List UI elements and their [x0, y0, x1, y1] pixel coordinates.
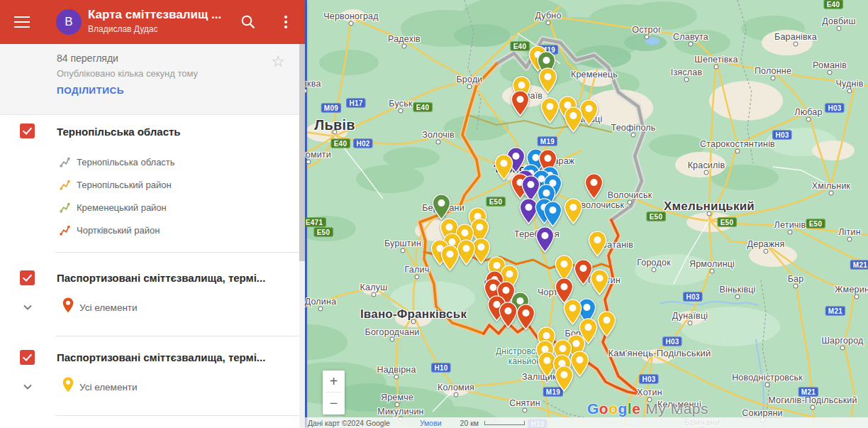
google-my-maps-watermark: GoogleMy Maps — [587, 400, 708, 417]
all-elements-label[interactable]: Усі елементи — [79, 302, 138, 313]
divider — [55, 336, 305, 336]
legend-item-label: Чортківський район — [77, 225, 160, 236]
map-pin[interactable] — [584, 173, 603, 199]
map-pin[interactable] — [597, 311, 616, 337]
legend-item-label: Кременецький район — [77, 202, 167, 213]
pin-icon — [62, 377, 74, 393]
polyline-icon — [60, 202, 70, 213]
search-icon[interactable] — [240, 13, 257, 31]
sidebar: B Карта сміттєзвалищ ... Владислав Дудас… — [0, 0, 305, 428]
zoom-out-button[interactable]: − — [323, 393, 345, 414]
polyline-icon — [60, 157, 70, 168]
map-pin[interactable] — [535, 226, 555, 253]
map-data-credit: Дані карт ©2024 Google — [308, 419, 390, 427]
map-pin[interactable] — [457, 239, 476, 265]
map-pin[interactable] — [511, 90, 530, 116]
my-maps-app: B Карта сміттєзвалищ ... Владислав Дудас… — [0, 0, 868, 428]
polyline-icon — [60, 225, 70, 236]
chevron-down-icon[interactable] — [21, 380, 34, 393]
divider — [55, 252, 305, 253]
map-pin[interactable] — [590, 269, 609, 295]
scale-label: 20 км — [460, 419, 479, 427]
menu-icon[interactable] — [14, 16, 30, 28]
map-pin[interactable] — [432, 194, 451, 220]
map-pin[interactable] — [543, 201, 562, 227]
views-count: 84 перегляди — [57, 53, 118, 64]
sidebar-scrollbar[interactable] — [299, 44, 305, 428]
legend-line-item[interactable]: Кременецький район — [60, 196, 294, 219]
published-status: Опубліковано кілька секунд тому — [57, 68, 198, 79]
map-pin[interactable] — [588, 231, 607, 257]
layer-checkbox[interactable] — [20, 124, 35, 138]
layer-legend-items: Тернопільська область Тернопільський рай… — [60, 150, 294, 241]
layer-title[interactable]: Паспортизовані сміттєзвалища, термі... — [57, 351, 291, 363]
more-options-icon[interactable] — [277, 13, 294, 31]
layer-title[interactable]: Тернопільська область — [57, 126, 291, 138]
map-pin[interactable] — [440, 245, 460, 271]
star-icon[interactable]: ☆ — [271, 54, 285, 70]
layer-checkbox[interactable] — [20, 270, 35, 285]
scale-bar — [484, 421, 525, 425]
map-title: Карта сміттєзвалищ ... — [88, 8, 230, 22]
map-pin[interactable] — [540, 97, 560, 124]
share-button[interactable]: ПОДІЛИТИСЬ — [57, 85, 124, 96]
map-pin[interactable] — [499, 302, 518, 328]
map-info-panel: 84 перегляди Опубліковано кілька секунд … — [0, 44, 305, 115]
zoom-in-button[interactable]: + — [323, 371, 345, 392]
layer-title[interactable]: Паспортизовані сміттєзвалища, термі... — [57, 272, 291, 284]
map-pin[interactable] — [555, 366, 574, 392]
map-pin[interactable] — [538, 67, 557, 94]
avatar[interactable]: B — [56, 9, 82, 35]
map-pins-layer — [305, 0, 868, 428]
legend-item-label: Тернопільська область — [77, 157, 175, 168]
map-author: Владислав Дудас — [88, 24, 157, 34]
legend-item-label: Тернопільський район — [77, 180, 172, 190]
legend-line-item[interactable]: Тернопільська область — [60, 150, 294, 173]
map-canvas[interactable]: ЧервоноградРадехівДубноБродиБуськЗолочів… — [305, 0, 868, 428]
legend-line-item[interactable]: Тернопільський район — [60, 173, 294, 196]
map-pin[interactable] — [564, 106, 583, 133]
pin-icon — [62, 297, 74, 313]
sidebar-header: B Карта сміттєзвалищ ... Владислав Дудас — [0, 0, 305, 44]
terms-link[interactable]: Умови — [420, 419, 442, 427]
polyline-icon — [60, 180, 70, 190]
divider — [55, 415, 305, 416]
zoom-control: + − — [323, 371, 345, 415]
all-elements-label[interactable]: Усі елементи — [79, 382, 138, 393]
map-attribution: Дані карт ©2024 Google Умови 20 км — [305, 417, 868, 428]
map-pin[interactable] — [564, 198, 583, 224]
legend-line-item[interactable]: Чортківський район — [60, 219, 294, 241]
map-pin[interactable] — [516, 304, 535, 330]
layer-checkbox[interactable] — [20, 350, 35, 365]
chevron-down-icon[interactable] — [21, 301, 34, 314]
